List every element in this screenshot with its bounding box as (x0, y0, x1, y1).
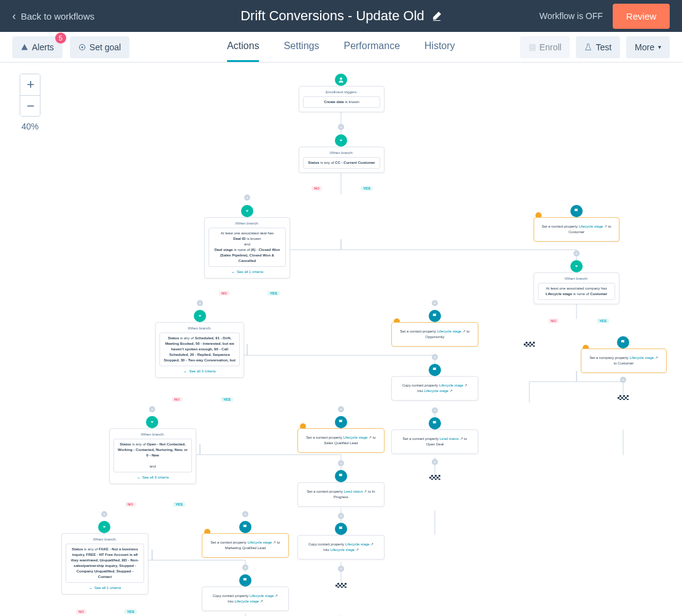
branch-yes-label: YES (597, 318, 609, 323)
branch-icon (335, 134, 347, 147)
branch-icon (146, 416, 158, 428)
alerts-button[interactable]: Alerts 5 (12, 36, 63, 58)
action-node[interactable]: Set a contact property Lifecycle stage ↗… (297, 428, 385, 453)
add-action-button[interactable]: + (197, 300, 203, 306)
branch-yes-label: YES (221, 397, 233, 402)
more-button[interactable]: More ▾ (626, 36, 670, 58)
flag-icon (429, 310, 441, 322)
see-all-criteria-link[interactable]: ⌄See all 3 criteria (159, 369, 240, 374)
svg-point-2 (340, 77, 342, 80)
node-title: If/then branch: (303, 151, 380, 155)
back-to-workflows-link[interactable]: ‹ Back to workflows (12, 10, 94, 23)
action-node[interactable]: Set a contact property Lifecycle stage ↗… (202, 533, 289, 558)
add-action-button[interactable]: + (432, 459, 438, 465)
alert-icon (21, 44, 28, 51)
node-body: Set a contact property Lead status ↗ to … (396, 434, 474, 450)
branch-node[interactable]: If/then branch: At least one associated … (204, 217, 290, 279)
end-marker (335, 583, 347, 588)
add-action-button[interactable]: + (432, 300, 438, 306)
add-action-button[interactable]: + (432, 354, 438, 360)
node-title: If/then branch: (66, 537, 144, 541)
tab-settings[interactable]: Settings (284, 32, 320, 62)
tab-history[interactable]: History (424, 32, 455, 62)
branch-icon (241, 205, 253, 217)
add-action-button[interactable]: + (338, 460, 344, 466)
more-label: More (635, 42, 654, 52)
tab-actions[interactable]: Actions (227, 32, 259, 62)
alerts-badge: 5 (55, 33, 66, 44)
action-node[interactable]: Set a company property Lifecycle stage ↗… (581, 348, 667, 373)
see-all-criteria-link[interactable]: ⌄See all 1 criteria (66, 585, 144, 590)
tab-performance[interactable]: Performance (343, 32, 400, 62)
node-body: Status is any of Open - Not Contacted, W… (113, 439, 192, 472)
zoom-in-button[interactable]: + (20, 74, 40, 95)
add-action-button[interactable]: + (338, 124, 344, 130)
flag-icon (617, 336, 629, 348)
flag-icon (335, 523, 347, 535)
branch-icon (98, 521, 110, 533)
node-body: Set a company property Lifecycle stage ↗… (585, 353, 662, 369)
test-label: Test (596, 42, 611, 52)
flag-icon (570, 205, 583, 217)
branch-node[interactable]: If/then branch: Status is any of Schedul… (155, 322, 244, 378)
node-body: Create date is known (303, 96, 380, 108)
node-title: If/then branch: (209, 221, 286, 225)
add-action-button[interactable]: + (338, 513, 344, 519)
branch-node[interactable]: If/then branch: At least one associated … (534, 272, 619, 304)
branch-icon (194, 310, 206, 322)
add-action-button[interactable]: + (242, 564, 248, 571)
add-action-button[interactable]: + (242, 511, 248, 517)
zoom-out-button[interactable]: − (20, 95, 40, 116)
chevron-down-icon: ▾ (658, 44, 661, 50)
add-action-button[interactable]: + (432, 407, 438, 414)
enrollment-trigger-node[interactable]: Enrollment triggers: Create date is know… (299, 86, 385, 112)
add-action-button[interactable]: + (338, 566, 344, 572)
node-body: Copy contact property Lifecycle stage ↗ … (302, 539, 380, 555)
review-button[interactable]: Review (613, 4, 670, 29)
node-body: Set a contact property Lifecycle stage ↗… (302, 433, 380, 449)
workflow-canvas[interactable]: Enrollment triggers: Create date is know… (0, 63, 682, 616)
end-marker (524, 342, 535, 347)
add-action-button[interactable]: + (573, 250, 580, 256)
action-node[interactable]: Set a contact property Lifecycle stage ↗… (391, 322, 478, 347)
see-all-criteria-link[interactable]: ⌄See all 3 criteria (113, 475, 192, 480)
node-body: Set a contact property Lifecycle stage ↗… (396, 326, 474, 342)
branch-node[interactable]: If/then branch: Status is any of CC - Cu… (299, 147, 385, 173)
test-button[interactable]: Test (576, 36, 620, 58)
action-node[interactable]: Copy contact property Lifecycle stage ↗ … (297, 535, 385, 560)
see-all-criteria-link[interactable]: ⌄See all 1 criteria (209, 269, 286, 274)
branch-node[interactable]: If/then branch: Status is any of Open - … (109, 428, 196, 484)
branch-node[interactable]: If/then branch: Status is any of FAKE - … (61, 533, 148, 595)
node-body: Status is any of Scheduled, 91 - Drift, … (159, 333, 240, 366)
set-goal-label: Set goal (90, 42, 121, 52)
target-icon (79, 44, 86, 51)
add-action-button[interactable]: + (338, 406, 344, 412)
enroll-button: Enroll (520, 36, 570, 58)
edit-icon[interactable] (432, 11, 442, 21)
contact-icon (335, 74, 347, 86)
branch-yes-label: YES (361, 186, 373, 191)
end-marker (429, 475, 440, 480)
set-goal-button[interactable]: Set goal (70, 36, 129, 58)
action-node[interactable]: Set a contact property Lifecycle stage ↗… (534, 217, 619, 242)
flag-icon (429, 417, 441, 429)
enroll-label: Enroll (540, 42, 562, 52)
action-node[interactable]: Copy contact property Lifecycle stage ↗ … (391, 376, 478, 401)
add-action-button[interactable]: + (244, 194, 250, 201)
flag-icon (239, 521, 251, 533)
node-title: If/then branch: (538, 277, 615, 280)
node-body: Status is any of FAKE - Not a business i… (66, 544, 144, 583)
flag-icon (239, 574, 251, 587)
branch-no-label: NO (172, 397, 182, 402)
action-node[interactable]: Copy contact property Lifecycle stage ↗ … (202, 587, 289, 611)
add-action-button[interactable]: + (149, 406, 155, 412)
flag-icon (335, 470, 347, 482)
branch-no-label: NO (548, 318, 559, 323)
flag-icon (335, 416, 347, 428)
node-body: Set a contact property Lead status ↗ to … (302, 487, 380, 502)
action-node[interactable]: Set a contact property Lead status ↗ to … (297, 482, 385, 507)
node-body: Copy contact property Lifecycle stage ↗ … (396, 380, 474, 396)
add-action-button[interactable]: + (620, 377, 626, 383)
add-action-button[interactable]: + (101, 511, 107, 517)
action-node[interactable]: Set a contact property Lead status ↗ to … (391, 429, 478, 454)
